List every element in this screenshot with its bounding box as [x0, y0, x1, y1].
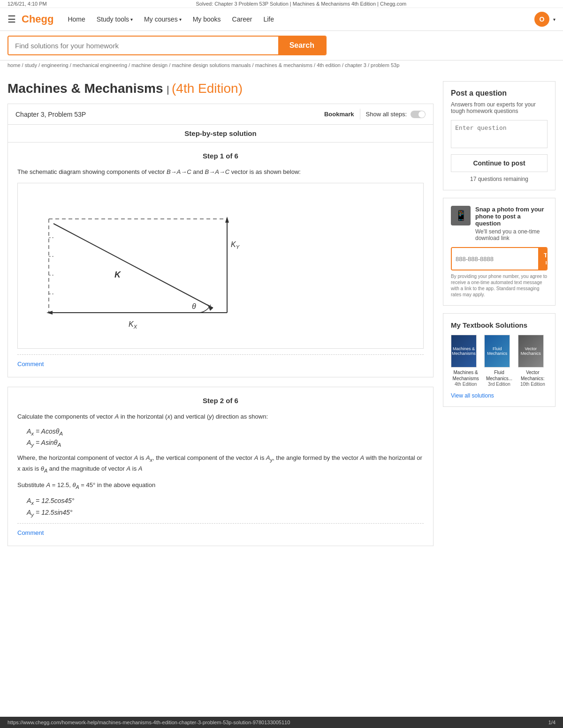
search-bar: Search: [0, 31, 563, 60]
textbook-book-2[interactable]: Fluid Mechanics Fluid Mechanics... 3rd E…: [484, 335, 514, 387]
menu-icon[interactable]: ☰: [8, 14, 16, 25]
chevron-down-icon: ▾: [179, 17, 182, 22]
book-name-1: Machines & Mechanisms: [451, 369, 480, 382]
book-cover-1: Machines & Mechanisms: [451, 335, 477, 368]
formula-ax2: Ax = 12.5cos45°: [27, 497, 424, 506]
step-1-text: The schematic diagram showing components…: [17, 167, 424, 177]
textbook-books: Machines & Mechanisms Machines & Mechani…: [451, 335, 548, 387]
search-button[interactable]: Search: [278, 37, 326, 54]
book-cover-2: Fluid Mechanics: [484, 335, 510, 368]
svg-line-6: [53, 224, 213, 308]
svg-text:KX: KX: [129, 320, 137, 330]
nav-life[interactable]: Life: [259, 13, 279, 26]
timestamp: 12/6/21, 4:10 PM: [8, 1, 47, 7]
search-input[interactable]: [8, 37, 278, 54]
avatar-chevron-icon[interactable]: ▾: [553, 17, 555, 22]
problem-header: Chapter 3, Problem 53P Bookmark Show all…: [8, 104, 434, 125]
textbook-book-1[interactable]: Machines & Mechanisms Machines & Mechani…: [451, 335, 480, 387]
book-edition-2: 3rd Edition: [484, 382, 514, 387]
step-2-comment[interactable]: Comment: [17, 529, 424, 536]
phone-input[interactable]: [452, 248, 538, 270]
search-container: Search: [8, 36, 327, 55]
nav-right: O ▾: [534, 12, 555, 27]
step-2-text2: Where, the horizontal component of vecto…: [17, 453, 424, 475]
nav-home[interactable]: Home: [63, 13, 90, 26]
textbook-solutions-title: My Textbook Solutions: [451, 321, 548, 329]
formula-ax: Ax = AcosθA: [27, 428, 424, 436]
content-area: Machines & Mechanisms | (4th Edition) Ch…: [8, 81, 434, 555]
svg-marker-4: [225, 217, 229, 223]
phone-icon: 📱: [451, 206, 471, 225]
book-edition-3: 10th Edition: [518, 382, 548, 387]
toggle-thumb: [418, 111, 425, 118]
book-title: Machines & Mechanisms | (4th Edition): [8, 81, 434, 96]
page-title: Solved: Chapter 3 Problem 53P Solution |…: [196, 1, 406, 7]
svg-text:K: K: [114, 270, 122, 279]
phone-disclaimer: By providing your phone number, you agre…: [451, 273, 548, 298]
step-1-comment[interactable]: Comment: [17, 360, 424, 368]
nav-career[interactable]: Career: [228, 13, 257, 26]
solution-step-1: Step 1 of 6 The schematic diagram showin…: [8, 142, 434, 377]
svg-text:KY: KY: [231, 240, 240, 250]
continue-to-post-button[interactable]: Continue to post: [451, 154, 548, 172]
show-steps-toggle[interactable]: [411, 111, 426, 118]
main-content: Machines & Mechanisms | (4th Edition) Ch…: [0, 72, 563, 565]
main-nav: Home Study tools ▾ My courses ▾ My books…: [63, 13, 534, 26]
avatar[interactable]: O: [534, 12, 549, 27]
step-by-step-label: Step-by-step solution: [184, 129, 256, 137]
diagram-svg: K KY KX θ: [25, 191, 251, 341]
chegg-logo[interactable]: Chegg: [22, 13, 53, 25]
step-1-label: Step 1 of 6: [17, 152, 424, 160]
textbook-solutions-widget: My Textbook Solutions Machines & Mechani…: [443, 313, 555, 407]
post-question-subtitle: Answers from our experts for your tough …: [451, 101, 548, 114]
bookmark-button[interactable]: Bookmark: [319, 109, 360, 120]
phone-title-line2: phone to post a question: [475, 213, 548, 227]
nav-study-tools[interactable]: Study tools ▾: [92, 13, 137, 26]
book-name-3: Vector Mechanics:: [518, 369, 548, 382]
questions-remaining: 17 questions remaining: [451, 176, 548, 182]
post-question-title: Post a question: [451, 89, 548, 98]
phone-input-row: Text me: [451, 247, 548, 270]
step-2-label: Step 2 of 6: [17, 397, 424, 405]
step-2-text: Calculate the components of vector A in …: [17, 412, 424, 422]
nav-my-books[interactable]: My books: [188, 13, 226, 26]
post-question-widget: Post a question Answers from our experts…: [443, 81, 555, 190]
svg-marker-5: [46, 311, 53, 315]
view-all-solutions-link[interactable]: View all solutions: [451, 392, 494, 399]
phone-subtitle: We'll send you a one-time download link: [475, 228, 548, 241]
text-me-button[interactable]: Text me: [538, 248, 548, 270]
solution-step-2: Step 2 of 6 Calculate the components of …: [8, 387, 434, 546]
phone-widget: 📱 Snap a photo from your phone to post a…: [443, 198, 555, 306]
vector-diagram: K KY KX θ: [17, 183, 424, 349]
formula-ay2: Ay = 12.5sin45°: [27, 509, 424, 518]
svg-text:θ: θ: [192, 302, 196, 310]
book-cover-3: Vector Mechanics: [518, 335, 544, 368]
phone-widget-inner: 📱 Snap a photo from your phone to post a…: [451, 206, 548, 241]
show-steps: Show all steps:: [366, 111, 426, 118]
phone-title-line1: Snap a photo from your: [475, 206, 548, 213]
formula-ay: Ay = AsinθA: [27, 439, 424, 448]
book-name-2: Fluid Mechanics...: [484, 369, 514, 382]
breadcrumb: home / study / engineering / mechanical …: [0, 60, 563, 72]
phone-text: Snap a photo from your phone to post a q…: [475, 206, 548, 241]
nav-my-courses[interactable]: My courses ▾: [139, 13, 186, 26]
book-edition-1: 4th Edition: [451, 382, 480, 387]
question-input[interactable]: [451, 120, 548, 148]
sidebar: Post a question Answers from our experts…: [443, 81, 555, 555]
chevron-down-icon: ▾: [130, 17, 133, 22]
problem-label: Chapter 3, Problem 53P: [15, 111, 319, 118]
textbook-book-3[interactable]: Vector Mechanics Vector Mechanics: 10th …: [518, 335, 548, 387]
step-2-text3: Substitute A = 12.5, θA = 45° in the abo…: [17, 480, 424, 491]
